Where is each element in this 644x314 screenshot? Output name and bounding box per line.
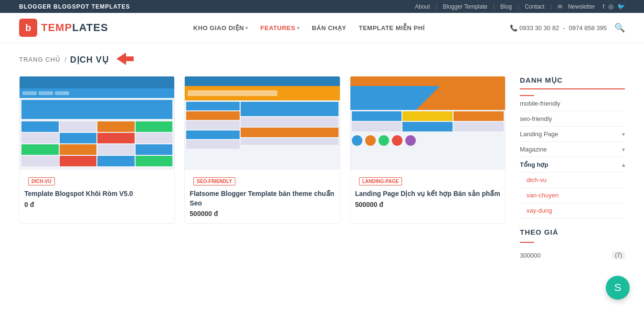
sidebar-item-magazine[interactable]: Magazine ▾: [520, 142, 625, 157]
topbar-blog[interactable]: Blog: [500, 3, 512, 10]
product-card-1[interactable]: DICH-VU Template Blogspot Khôi Ròm V5.0 …: [19, 76, 175, 224]
sidebar-item-dich-vu[interactable]: dich-vu: [520, 173, 625, 188]
product-badge-1: DICH-VU: [28, 177, 55, 185]
product-thumb-1: [20, 76, 174, 170]
product-badge-2: SEO-FRIENDLY: [193, 177, 235, 185]
header-right: 📞 0933 30 30 82 - 0974 858 395 🔍: [510, 22, 625, 33]
theo-gia-title: THEO GIÁ: [520, 228, 625, 240]
logo-text-highlight: P: [64, 22, 72, 33]
phone-1: 📞 0933 30 30 82: [510, 24, 559, 32]
chevron-down-icon: ▾: [622, 131, 625, 138]
product-price-2: 500000 đ: [190, 210, 335, 217]
breadcrumb: TRANG CHỦ / DỊCH VỤ: [0, 43, 644, 71]
product-title-2: Flatsome Blogger Template bán theme chuẩ…: [190, 189, 335, 208]
sidebar-item-seo-friendly[interactable]: seo-friendly: [520, 111, 625, 127]
product-info-2: SEO-FRIENDLY Flatsome Blogger Template b…: [185, 170, 339, 223]
sidebar-item-mobile-friendly[interactable]: mobile-friendly: [520, 96, 625, 111]
product-badge-3: LANDING-PAGE: [359, 177, 402, 185]
product-price-3: 500000 đ: [355, 201, 500, 208]
product-card-2[interactable]: SEO-FRIENDLY Flatsome Blogger Template b…: [184, 76, 340, 224]
sidebar: DANH MỤC mobile-friendly seo-friendly La…: [520, 76, 625, 271]
sidebar-item-landing-page[interactable]: Landing Page ▾: [520, 127, 625, 142]
sidebar-item-xay-dung[interactable]: xay-dung: [520, 203, 625, 218]
social-icons: f ◎ 🐦: [602, 3, 625, 10]
nav-features[interactable]: FEATURES ▾: [256, 22, 305, 34]
product-info-3: LANDING-PAGE Landing Page Dịch vụ kết hợ…: [350, 170, 505, 214]
product-price-1: 0 đ: [24, 201, 169, 208]
phone-icon: 📞: [510, 24, 517, 32]
topbar-links: About | Blogger Template | Blog | Contac…: [415, 3, 625, 10]
nav-template-mien-phi[interactable]: TEMPLATE MIỄN PHÍ: [354, 22, 429, 34]
main-nav: KHO GIAO DIỆN ▾ FEATURES ▾ BÁN CHẠY TEMP…: [189, 22, 430, 34]
breadcrumb-separator: /: [64, 56, 66, 64]
topbar-contact[interactable]: Contact: [525, 3, 544, 10]
header: b TEMPLATES KHO GIAO DIỆN ▾ FEATURES ▾ B…: [0, 13, 644, 43]
logo-text: TEMPLATES: [41, 22, 108, 34]
sidebar-item-van-chuyen[interactable]: van-chuyen: [520, 188, 625, 203]
email-icon: ✉: [558, 3, 562, 10]
product-thumb-2: [185, 76, 339, 170]
content-area: DICH-VU Template Blogspot Khôi Ròm V5.0 …: [19, 76, 506, 271]
breadcrumb-home[interactable]: TRANG CHỦ: [19, 56, 61, 63]
nav-kho-giao-dien[interactable]: KHO GIAO DIỆN ▾: [189, 22, 253, 34]
product-grid: DICH-VU Template Blogspot Khôi Ròm V5.0 …: [19, 76, 506, 224]
topbar-brand: BLOGGER BLOGSPOT TEMPLATES: [19, 3, 130, 10]
svg-marker-0: [116, 53, 134, 65]
product-title-3: Landing Page Dịch vụ kết hợp Bán sản phẩ…: [355, 189, 500, 199]
logo-icon: b: [19, 19, 37, 37]
price-count: (7): [612, 251, 625, 259]
instagram-icon[interactable]: ◎: [608, 3, 613, 10]
product-info-1: DICH-VU Template Blogspot Khôi Ròm V5.0 …: [20, 170, 174, 214]
logo-text-pre: TEM: [41, 22, 64, 33]
chevron-down-icon: ▾: [297, 25, 300, 31]
product-title-1: Template Blogspot Khôi Ròm V5.0: [24, 189, 169, 199]
product-card-3[interactable]: LANDING-PAGE Landing Page Dịch vụ kết hợ…: [350, 76, 506, 224]
back-arrow-icon: [116, 53, 134, 66]
facebook-icon[interactable]: f: [602, 3, 604, 10]
logo-area[interactable]: b TEMPLATES: [19, 19, 108, 37]
phone-2: 0974 858 395: [569, 24, 607, 32]
chevron-down-icon: ▾: [245, 25, 248, 31]
topbar: BLOGGER BLOGSPOT TEMPLATES About | Blogg…: [0, 0, 644, 13]
topbar-blogger-template[interactable]: Blogger Template: [443, 3, 487, 10]
twitter-icon[interactable]: 🐦: [617, 3, 625, 10]
price-row-300000[interactable]: 300000 (7): [520, 249, 625, 262]
main-layout: DICH-VU Template Blogspot Khôi Ròm V5.0 …: [0, 71, 644, 286]
chevron-up-icon: ▴: [622, 162, 625, 168]
sidebar-item-tong-hop[interactable]: Tổng hợp ▴: [520, 157, 625, 173]
topbar-about[interactable]: About: [415, 3, 430, 10]
sidebar-theo-gia: THEO GIÁ 300000 (7): [520, 228, 625, 262]
theo-gia-line: [520, 242, 534, 243]
topbar-newsletter[interactable]: Newsletter: [568, 3, 595, 10]
product-thumb-3: [350, 76, 505, 170]
breadcrumb-current: DỊCH VỤ: [70, 54, 109, 65]
chevron-down-icon: ▾: [622, 146, 625, 153]
sidebar-danh-muc: DANH MỤC mobile-friendly seo-friendly La…: [520, 76, 625, 218]
search-icon[interactable]: 🔍: [614, 22, 625, 33]
nav-ban-chay[interactable]: BÁN CHẠY: [307, 22, 351, 34]
danh-muc-title: DANH MỤC: [520, 76, 625, 89]
